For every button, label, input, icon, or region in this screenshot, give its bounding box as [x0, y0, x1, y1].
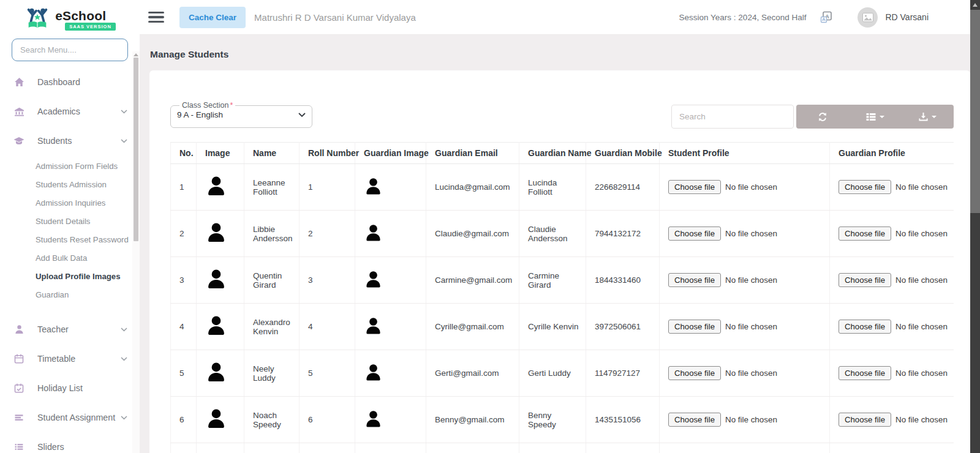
- file-status: No file chosen: [725, 322, 777, 331]
- sidebar-item-students-admission[interactable]: Students Admission: [0, 175, 140, 193]
- choose-file-button[interactable]: Choose file: [839, 273, 891, 287]
- brand-badge: SAAS VERSION: [65, 23, 116, 31]
- user-avatar[interactable]: [858, 7, 878, 28]
- sidebar-item-academics[interactable]: Academics: [0, 97, 140, 126]
- col-guardian-mobile: Guardian Mobile: [586, 143, 660, 164]
- sidebar-item-admission-form-fields[interactable]: Admission Form Fields: [0, 157, 140, 175]
- person-silhouette-icon: [364, 223, 383, 242]
- topbar: Cache Clear Matrushri R D Varsani Kumar …: [140, 0, 970, 35]
- sidebar-item-students[interactable]: Students: [0, 126, 140, 155]
- chevron-down-icon: [298, 113, 306, 118]
- choose-file-button[interactable]: Choose file: [839, 226, 891, 241]
- cell-guardian-mobile: 1147927127: [586, 350, 660, 397]
- sidebar-item-holiday-list[interactable]: Holiday List: [0, 373, 140, 403]
- columns-button[interactable]: [849, 105, 902, 129]
- sidebar-item-student-assignment[interactable]: Student Assignment: [0, 403, 140, 432]
- choose-file-button[interactable]: Choose file: [839, 320, 891, 334]
- sidebar-item-label: Teacher: [37, 324, 121, 334]
- cache-clear-button[interactable]: Cache Clear: [179, 7, 246, 28]
- file-status: No file chosen: [895, 322, 948, 331]
- cell-guardian-mobile: 3972506061: [586, 304, 660, 350]
- cell-guardian-name: Lucinda Folliott: [519, 164, 586, 211]
- col-guardian-image: Guardian Image: [355, 143, 426, 164]
- refresh-button[interactable]: [796, 105, 849, 129]
- cell-guardian-email: Carmine@gmail.com: [426, 257, 519, 304]
- cell-name: Quentin Girard: [244, 257, 300, 304]
- cell-no: 1: [171, 164, 197, 211]
- table-toolbar: [796, 105, 954, 129]
- col-name: Name: [244, 143, 300, 164]
- sidebar-item-add-bulk-data[interactable]: Add Bulk Data: [0, 249, 140, 267]
- cell-guardian-mobile: 2266829114: [586, 164, 660, 211]
- sidebar-item-guardian[interactable]: Guardian: [0, 285, 140, 304]
- table-search-input[interactable]: [671, 105, 794, 129]
- choose-file-button[interactable]: Choose file: [668, 320, 721, 334]
- sidebar-item-students-reset-password[interactable]: Students Reset Password: [0, 230, 140, 249]
- person-silhouette-icon: [364, 177, 383, 196]
- cell-guardian-profile: Choose fileNo file chosen: [830, 164, 954, 211]
- calendar-check-icon: [13, 383, 24, 393]
- export-button[interactable]: [901, 105, 954, 129]
- page-scrollbar-thumb[interactable]: [970, 10, 980, 213]
- choose-file-button[interactable]: Choose file: [668, 180, 721, 194]
- sidebar-item-sliders[interactable]: Sliders: [0, 432, 140, 453]
- sidebar-scrollbar-thumb[interactable]: [134, 58, 138, 241]
- calendar-icon: [13, 354, 24, 364]
- class-section-select[interactable]: Class Section* 9 A - English: [170, 101, 312, 128]
- cell-student-profile: Choose fileNo file chosen: [660, 304, 830, 350]
- file-status: No file chosen: [725, 182, 777, 192]
- cell-image: [197, 211, 244, 257]
- graduation-cap-icon: [13, 136, 24, 146]
- content-card: Class Section* 9 A - English: [149, 70, 970, 453]
- table-row: 6 Noach Speedy 6 Benny@gmail.com Benny S…: [171, 397, 954, 443]
- cell-guardian-name: Cyrille Kenvin: [519, 304, 586, 350]
- cell-roll: 1: [300, 164, 355, 211]
- choose-file-button[interactable]: Choose file: [668, 366, 721, 380]
- user-name: RD Varsani: [885, 12, 929, 22]
- choose-file-button[interactable]: Choose file: [839, 413, 891, 427]
- choose-file-button[interactable]: Choose file: [668, 226, 721, 241]
- required-asterisk: *: [230, 101, 233, 110]
- file-status: No file chosen: [725, 229, 777, 238]
- scroll-up-arrow-icon[interactable]: [134, 53, 138, 56]
- cell-guardian-email: Gerti@gmail.com: [426, 350, 519, 397]
- choose-file-button[interactable]: Choose file: [668, 413, 721, 427]
- file-status: No file chosen: [895, 182, 948, 192]
- refresh-icon: [818, 112, 827, 122]
- students-table: No. Image Name Roll Number Guardian Imag…: [170, 142, 954, 453]
- sidebar-item-label: Sliders: [37, 442, 127, 452]
- cell-guardian-profile: Choose fileNo file chosen: [830, 397, 954, 443]
- sidebar-item-upload-profile-images[interactable]: Upload Profile Images: [0, 267, 140, 285]
- sidebar-scrollbar[interactable]: [132, 51, 140, 453]
- file-status: No file chosen: [725, 415, 777, 424]
- language-icon[interactable]: A: [820, 10, 833, 24]
- cell-guardian-name: Gerti Luddy: [519, 350, 586, 397]
- person-silhouette-icon: [205, 175, 227, 197]
- table-list-icon: [866, 113, 876, 121]
- sidebar-item-teacher[interactable]: Teacher: [0, 315, 140, 344]
- hamburger-icon[interactable]: [148, 12, 164, 23]
- cell-image: [197, 257, 244, 304]
- session-years-label: Session Years : 2024, Second Half: [679, 13, 807, 22]
- scroll-up-arrow-icon[interactable]: [973, 3, 978, 7]
- cell-no: 5: [171, 350, 197, 397]
- cell-name: Leeanne Folliott: [244, 164, 300, 211]
- choose-file-button[interactable]: Choose file: [668, 273, 721, 287]
- sidebar-item-admission-inquiries[interactable]: Admission Inquiries: [0, 193, 140, 212]
- chevron-down-icon: [121, 357, 127, 361]
- sidebar-item-label: Academics: [37, 107, 121, 116]
- person-silhouette-icon: [364, 316, 383, 335]
- sidebar-item-student-details[interactable]: Student Details: [0, 212, 140, 230]
- sidebar-search-input[interactable]: [12, 39, 128, 61]
- table-row: 2 Libbie Andersson 2 Claudie@gmail.com C…: [171, 211, 954, 257]
- page-scrollbar[interactable]: [970, 0, 980, 453]
- choose-file-button[interactable]: Choose file: [839, 366, 891, 380]
- person-silhouette-icon: [205, 315, 227, 337]
- col-no: No.: [171, 143, 197, 164]
- choose-file-button[interactable]: Choose file: [839, 180, 891, 194]
- cell-guardian-email: Benny@gmail.com: [426, 397, 519, 443]
- person-silhouette-icon: [364, 410, 383, 429]
- sidebar-item-dashboard[interactable]: Dashboard: [0, 67, 140, 97]
- person-silhouette-icon: [205, 222, 227, 244]
- sidebar-item-timetable[interactable]: Timetable: [0, 344, 140, 373]
